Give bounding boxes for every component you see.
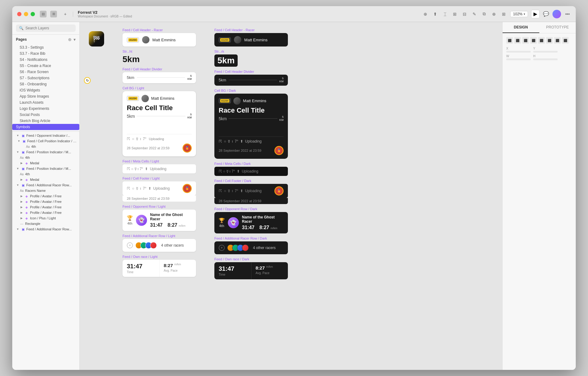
layer-item-profile-avatar-1[interactable]: ▶ ◆ Profile / Avatar / Free [12, 193, 79, 199]
layer-item-4th-3[interactable]: Aa 4th [12, 171, 79, 177]
close-button[interactable] [17, 12, 21, 16]
layer-item-icon-plus[interactable]: ▶ ◆ Icon / Plus / Light [12, 215, 79, 221]
location-icon[interactable]: ⊕ [422, 11, 429, 17]
text-icon: Aa [20, 188, 24, 193]
layer-item-feed-pos-m2[interactable]: ▼ ▣ Feed / Position Indicator / M... [12, 166, 79, 171]
sidebar-item-s37[interactable]: S3.7 - Race Bib [16, 50, 79, 57]
upload-text-meta: Uploading [150, 167, 166, 171]
user-avatar[interactable] [552, 10, 561, 18]
sidebar-item-launch[interactable]: Launch Assets [16, 99, 79, 106]
search-input[interactable] [25, 26, 73, 30]
align-right-icon[interactable]: ⬛ [522, 37, 529, 44]
sidebar-item-social[interactable]: Social Posts [16, 112, 79, 118]
pos-label: 4th [127, 222, 133, 225]
layer-item-feed-opponent[interactable]: ▼ ▣ Feed / Opponent Indicator /... [12, 133, 79, 138]
layer-item-rectangle[interactable]: — Rectangle [12, 221, 79, 226]
layer-item-feed-pos-m1[interactable]: ▼ ▣ Feed / Position Indicator / M... [12, 149, 79, 155]
h-input[interactable] [533, 58, 558, 60]
paste-icon[interactable]: ⊞ [500, 11, 507, 17]
layer-label: 4th [31, 145, 36, 148]
layer-item-add-racer-row2[interactable]: ▼ ▣ Feed / Additional Racer Row... [12, 226, 79, 232]
canvas-area[interactable]: 🏁 ↻ Feed / Cell Header - Racer A1234 [80, 22, 502, 370]
expand-icon [21, 145, 24, 148]
zoom-control[interactable]: 102% ▾ [510, 11, 528, 17]
grid2-icon[interactable]: ⊟ [461, 11, 468, 17]
component-icon[interactable]: ⧉ [481, 11, 488, 17]
distribute-h-icon[interactable]: ⬛ [554, 37, 561, 44]
sidebar-item-s5[interactable]: S5 - Create a Race [16, 63, 79, 69]
more-options-icon[interactable]: ••• [564, 11, 571, 17]
align-center-v-icon[interactable]: ⬛ [538, 37, 545, 44]
comment-icon[interactable]: 💬 [543, 11, 549, 17]
add-page-button[interactable]: ⊕ [68, 37, 72, 42]
dark-bar: ı [232, 139, 233, 143]
own-race-dark-comp: 31:47 Time 8:27 m/km Avg. Pace [214, 262, 288, 279]
temp-val: 7° [143, 137, 146, 141]
sidebar-item-s6[interactable]: S6 - Race Screen [16, 69, 79, 75]
sidebar-item-sketch[interactable]: Sketch Blog Article [16, 118, 79, 124]
app-subtitle: Workspace Document · sRGB — Edited [78, 15, 132, 18]
grid-view-icon[interactable]: ⊞ [50, 11, 57, 17]
layer-label: Profile / Avatar / Free [30, 211, 62, 214]
sidebar-toggle-icon[interactable]: ▤ [40, 11, 47, 17]
sidebar-item-s8[interactable]: S8 - Onboarding [16, 81, 79, 87]
opponent-row-light-group: Feed / Opponent Row / Light 🏆 4th 👻 Name… [123, 205, 196, 231]
align-center-h-icon[interactable]: ⬛ [514, 37, 521, 44]
layer-item-add-racer-row[interactable]: ▼ ▣ Feed / Additional Racer Row... [12, 182, 79, 188]
layer-item-medal-1[interactable]: ▶ ◆ Medal [12, 160, 79, 166]
opp-name: Name of the Ghost Racer [150, 213, 192, 221]
medal-icon-light: 🏅 [183, 143, 192, 153]
upload-icon[interactable]: ⬆ [432, 11, 439, 17]
maximize-button[interactable] [31, 12, 35, 16]
layer-item-feed-pos-pi[interactable]: ▼ ▣ Feed / Cell Position Indicator / Pi.… [12, 138, 79, 144]
layer-item-medal-2[interactable]: ▶ ◆ Medal [12, 177, 79, 182]
layer-item-profile-avatar-4[interactable]: ▶ ◆ Profile / Avatar / Free [12, 210, 79, 215]
diamond-icon: ◆ [24, 177, 29, 182]
bib-number: A1234 [128, 38, 138, 42]
tab-design[interactable]: DESIGN [503, 22, 539, 33]
pages-menu-button[interactable]: ▾ [74, 37, 76, 42]
align-bottom-icon[interactable]: ⬛ [546, 37, 553, 44]
y-input[interactable] [533, 51, 558, 53]
align-icon[interactable]: ⌶ [442, 11, 448, 17]
cell-icons-row-dark: ☈ ○ ☿ ı 7° ⬆ Uploading [219, 136, 284, 146]
align-left-icon[interactable]: ⬛ [506, 37, 513, 44]
expand-icon: ▼ [16, 183, 20, 187]
opp-time-dark: 31:47 [242, 225, 254, 230]
x-input[interactable] [506, 51, 531, 53]
sidebar-item-s7[interactable]: S7 - Subscriptions [16, 75, 79, 81]
upload-text-dark: Uploading [242, 169, 258, 173]
align-top-icon[interactable]: ⬛ [530, 37, 537, 44]
monitor-icon: ▣ [21, 227, 25, 231]
sidebar-item-ios-widgets[interactable]: iOS Widgets [16, 87, 79, 93]
sidebar-item-s4[interactable]: S4 - Notifications [16, 57, 79, 63]
tab-prototype[interactable]: PROTOTYPE [539, 22, 576, 33]
meta-cells-dark-comp: ☈ ○ ☿ ı 7° ⬆ Uploading [214, 167, 288, 176]
cell-icons-row: ☈ ○ ☿ ı 7° Uploading [127, 134, 192, 143]
footer-dark-waves: ☿ [228, 189, 230, 193]
opp-pace-val-dark: 8:27 [259, 225, 269, 230]
distribute-v-icon[interactable]: ⬛ [562, 37, 569, 44]
sidebar-item-logo[interactable]: Logo Experiments [16, 106, 79, 112]
layer-item-racers-name[interactable]: Aa Racers Name [12, 188, 79, 193]
pen-icon[interactable]: ✎ [471, 11, 478, 17]
w-input[interactable] [506, 58, 531, 60]
layer-item-profile-avatar-3[interactable]: ▶ ◆ Profile / Avatar / Free [12, 204, 79, 210]
opp-stats-dark: 31:47 8:27 m/km [242, 225, 284, 230]
circle-icon: ○ [132, 137, 134, 141]
minimize-button[interactable] [24, 12, 28, 16]
sidebar-item-app-store[interactable]: App Store Images [16, 93, 79, 99]
grid-icon[interactable]: ⊞ [451, 11, 458, 17]
layer-item-profile-avatar-2[interactable]: ▶ ◆ Profile / Avatar / Free [12, 199, 79, 204]
sidebar-item-symbols[interactable]: Symbols [12, 124, 79, 130]
preview-button[interactable]: ▶ [531, 10, 540, 18]
opponent-row-dark-group: Feed / Opponent Row / Dark 🏆 4th 👻 Name … [214, 207, 288, 233]
layer-item-4th-2[interactable]: Aa 4th [12, 155, 79, 160]
layer-label: Feed / Opponent Indicator /... [26, 134, 70, 137]
copy-icon[interactable]: ⊕ [491, 11, 497, 17]
bib-badge-2: A1234 [127, 96, 139, 101]
cell-dist-row: 5km 5KM [127, 113, 192, 119]
add-button[interactable]: + [62, 11, 69, 17]
sidebar-item-s33[interactable]: S3.3 - Settings [16, 44, 79, 50]
layer-item-4th-1[interactable]: Aa 4th [12, 144, 79, 149]
